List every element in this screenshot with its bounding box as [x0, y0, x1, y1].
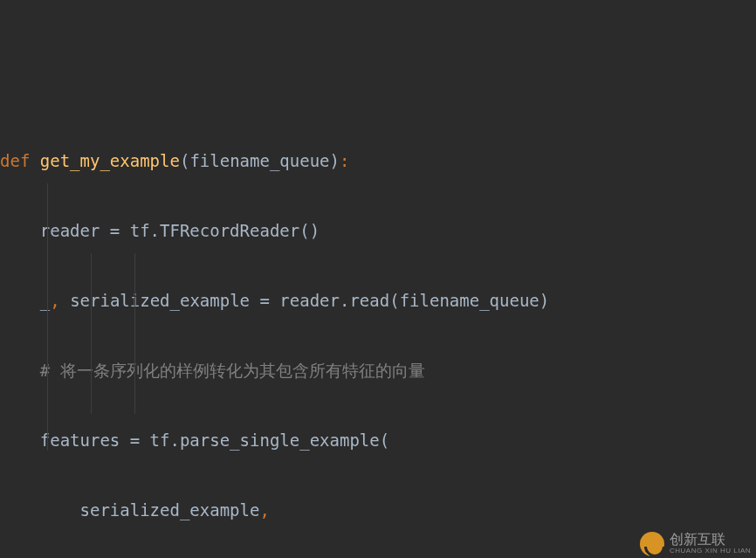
indent — [0, 431, 40, 450]
code-line[interactable]: _, serialized_example = reader.read(file… — [0, 283, 756, 318]
var: reader — [40, 221, 110, 240]
call: tf.TFRecordReader — [130, 221, 299, 240]
code-line[interactable]: reader = tf.TFRecordReader() — [0, 213, 756, 248]
paren-close: ) — [540, 291, 549, 310]
underscore: _ — [40, 291, 50, 310]
var: features — [40, 431, 130, 450]
indent — [0, 500, 80, 520]
paren-open: ( — [180, 151, 189, 170]
code-editor[interactable]: def get_my_example(filename_queue): read… — [0, 0, 756, 558]
code-line[interactable]: # 将一条序列化的样例转化为其包含所有特征的向量 — [0, 353, 756, 388]
watermark: 创新互联 CHUANG XIN HU LIAN — [640, 532, 751, 556]
comment: # 将一条序列化的样例转化为其包含所有特征的向量 — [40, 361, 425, 380]
space — [60, 291, 70, 310]
indent — [0, 361, 40, 380]
code-line[interactable]: serialized_example, — [0, 493, 756, 527]
keyword-def: def — [0, 151, 40, 170]
arg: serialized_example — [80, 500, 260, 520]
call: tf.parse_single_example — [150, 431, 380, 450]
comma: , — [50, 291, 59, 310]
paren-open: ( — [389, 291, 399, 310]
colon: : — [340, 151, 349, 170]
watermark-logo-icon — [640, 532, 664, 556]
watermark-subtext: CHUANG XIN HU LIAN — [670, 548, 751, 555]
code-line[interactable]: def get_my_example(filename_queue): — [0, 143, 756, 178]
equals: = — [110, 221, 130, 240]
indent — [0, 291, 40, 310]
watermark-text: 创新互联 — [670, 533, 751, 548]
code-line[interactable]: features = tf.parse_single_example( — [0, 423, 756, 458]
var: serialized_example — [70, 291, 259, 310]
paren-close: ) — [330, 151, 340, 170]
parens: () — [299, 221, 320, 240]
param: filename_queue — [189, 151, 329, 170]
indent — [0, 221, 40, 240]
paren-open: ( — [380, 431, 389, 450]
arg: filename_queue — [400, 291, 540, 310]
function-name: get_my_example — [40, 151, 180, 170]
comma: , — [259, 500, 269, 520]
indent-guides — [0, 0, 756, 558]
equals: = — [259, 291, 279, 310]
call: reader.read — [279, 291, 389, 310]
equals: = — [130, 431, 150, 450]
